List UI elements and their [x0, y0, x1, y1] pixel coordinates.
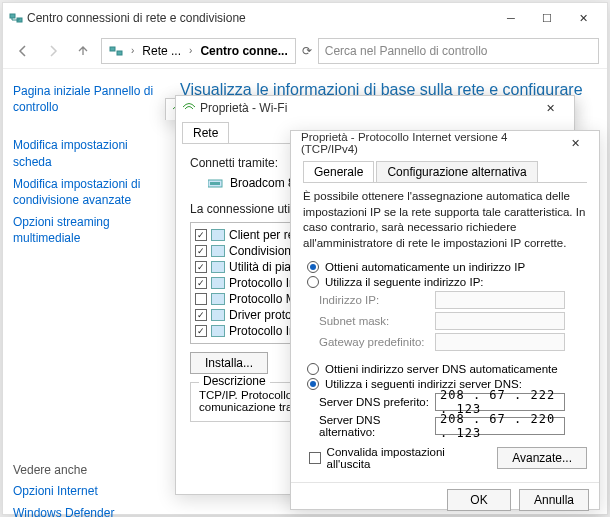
radio-icon — [307, 276, 319, 288]
protocol-icon — [211, 229, 225, 241]
nav-bar: › Rete ... › Centro conne... ⟳ Cerca nel… — [3, 33, 607, 69]
description-header: Descrizione — [199, 374, 270, 388]
radio-icon — [307, 378, 319, 390]
network-icon — [9, 11, 23, 25]
protocol-icon — [211, 245, 225, 257]
adapter-icon — [208, 177, 224, 189]
checkbox[interactable]: ✓ — [195, 245, 207, 257]
tab-general[interactable]: Generale — [303, 161, 374, 182]
svg-rect-0 — [10, 14, 15, 18]
wifi-icon — [182, 102, 196, 114]
checkbox[interactable]: ✓ — [195, 277, 207, 289]
advanced-sharing-link[interactable]: Modifica impostazioni di condivisione av… — [13, 176, 158, 208]
search-input[interactable]: Cerca nel Pannello di controllo — [318, 38, 599, 64]
close-button[interactable]: ✕ — [565, 4, 601, 32]
dns2-input[interactable]: 208 . 67 . 220 . 123 — [435, 417, 565, 435]
chevron-right-icon: › — [128, 45, 137, 56]
titlebar: Centro connessioni di rete e condivision… — [3, 3, 607, 33]
ip-input — [435, 291, 565, 309]
protocol-icon — [211, 309, 225, 321]
minimize-button[interactable]: ─ — [493, 4, 529, 32]
breadcrumb-seg[interactable]: Centro conne... — [197, 44, 290, 58]
checkbox[interactable] — [195, 293, 207, 305]
radio-auto-ip[interactable]: Ottieni automaticamente un indirizzo IP — [307, 261, 587, 273]
checkbox[interactable] — [309, 452, 321, 464]
dns-preferred-field: Server DNS preferito:208 . 67 . 222 . 12… — [319, 393, 587, 411]
search-placeholder: Cerca nel Pannello di controllo — [325, 44, 488, 58]
wifi-prop-title: Proprietà - Wi-Fi — [196, 101, 532, 115]
dns-alternate-field: Server DNS alternativo:208 . 67 . 220 . … — [319, 414, 587, 438]
forward-button[interactable] — [41, 39, 65, 63]
tab-alternate[interactable]: Configurazione alternativa — [376, 161, 537, 182]
ip-address-field: Indirizzo IP: — [319, 291, 587, 309]
radio-auto-dns[interactable]: Ottieni indirizzo server DNS automaticam… — [307, 363, 587, 375]
control-panel-home-link[interactable]: Pagina iniziale Pannello di controllo — [13, 83, 158, 115]
refresh-icon[interactable]: ⟳ — [302, 44, 312, 58]
checkbox[interactable]: ✓ — [195, 229, 207, 241]
left-nav: Pagina iniziale Pannello di controllo Mo… — [3, 69, 168, 514]
protocol-icon — [211, 293, 225, 305]
validate-checkbox-row[interactable]: Convalida impostazioni all'uscita Avanza… — [309, 446, 587, 470]
radio-manual-ip[interactable]: Utilizza il seguente indirizzo IP: — [307, 276, 587, 288]
breadcrumb[interactable]: › Rete ... › Centro conne... — [101, 38, 296, 64]
svg-rect-2 — [110, 47, 115, 51]
ipv4-properties-window: Proprietà - Protocollo Internet versione… — [290, 130, 600, 510]
gateway-field: Gateway predefinito: — [319, 333, 587, 351]
see-also-header: Vedere anche — [13, 463, 158, 477]
window-title: Centro connessioni di rete e condivision… — [23, 11, 493, 25]
dns1-input[interactable]: 208 . 67 . 222 . 123 — [435, 393, 565, 411]
change-adapter-link[interactable]: Modifica impostazioni scheda — [13, 137, 158, 169]
tab-network[interactable]: Rete — [182, 122, 229, 143]
internet-options-link[interactable]: Opzioni Internet — [13, 483, 158, 499]
protocol-icon — [211, 261, 225, 273]
svg-rect-3 — [117, 51, 122, 55]
svg-rect-5 — [210, 182, 220, 185]
checkbox[interactable]: ✓ — [195, 261, 207, 273]
close-button[interactable]: ✕ — [532, 94, 568, 122]
radio-icon — [307, 363, 319, 375]
ipv4-title: Proprietà - Protocollo Internet versione… — [297, 131, 557, 155]
checkbox[interactable]: ✓ — [195, 309, 207, 321]
ipv4-description: È possibile ottenere l'assegnazione auto… — [303, 189, 587, 251]
network-icon — [106, 44, 126, 58]
radio-icon — [307, 261, 319, 273]
back-button[interactable] — [11, 39, 35, 63]
breadcrumb-seg[interactable]: Rete ... — [139, 44, 184, 58]
firewall-link[interactable]: Windows Defender Firewall — [13, 505, 158, 517]
close-button[interactable]: ✕ — [557, 129, 593, 157]
up-button[interactable] — [71, 39, 95, 63]
chevron-right-icon: › — [186, 45, 195, 56]
ok-button[interactable]: OK — [447, 489, 511, 511]
install-button[interactable]: Installa... — [190, 352, 268, 374]
protocol-icon — [211, 277, 225, 289]
gateway-input — [435, 333, 565, 351]
checkbox[interactable]: ✓ — [195, 325, 207, 337]
subnet-field: Subnet mask: — [319, 312, 587, 330]
advanced-button[interactable]: Avanzate... — [497, 447, 587, 469]
maximize-button[interactable]: ☐ — [529, 4, 565, 32]
streaming-options-link[interactable]: Opzioni streaming multimediale — [13, 214, 158, 246]
subnet-input — [435, 312, 565, 330]
protocol-icon — [211, 325, 225, 337]
cancel-button[interactable]: Annulla — [519, 489, 589, 511]
